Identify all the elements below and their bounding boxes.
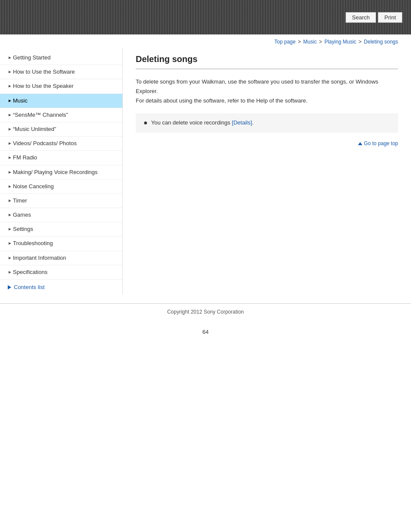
note-text-after: . bbox=[252, 119, 254, 126]
copyright-text: Copyright 2012 Sony Corporation bbox=[167, 309, 244, 315]
contents-list-link[interactable]: Contents list bbox=[0, 280, 122, 295]
footer: Copyright 2012 Sony Corporation bbox=[0, 303, 411, 320]
sidebar-item-troubleshooting[interactable]: ► Troubleshooting bbox=[0, 236, 122, 251]
breadcrumb: Top page > Music > Playing Music > Delet… bbox=[0, 34, 411, 47]
chevron-right-icon: ► bbox=[8, 269, 13, 275]
chevron-right-icon: ► bbox=[8, 226, 13, 232]
sidebar-item-music[interactable]: ► Music bbox=[0, 94, 122, 108]
header: Search Print bbox=[0, 0, 411, 34]
sidebar-item-fm-radio[interactable]: ► FM Radio bbox=[0, 151, 122, 165]
page-number: 64 bbox=[0, 320, 411, 344]
breadcrumb-sep-2: > bbox=[319, 39, 324, 45]
go-to-top-link[interactable]: Go to page top bbox=[358, 140, 398, 146]
note-bullet: ● You can delete voice recordings [Detai… bbox=[143, 118, 390, 128]
sidebar-item-sensme-channels[interactable]: ► “SensMe™ Channels” bbox=[0, 108, 122, 122]
chevron-right-icon: ► bbox=[8, 126, 13, 132]
chevron-right-icon: ► bbox=[8, 83, 13, 89]
sidebar-item-games[interactable]: ► Games bbox=[0, 208, 122, 222]
main-content: Deleting songs To delete songs from your… bbox=[123, 47, 411, 295]
chevron-right-icon: ► bbox=[8, 212, 13, 218]
chevron-right-icon: ► bbox=[8, 255, 13, 261]
content-paragraph-1: To delete songs from your Walkman, use t… bbox=[136, 77, 398, 106]
page-title-section: Deleting songs bbox=[136, 47, 398, 69]
chevron-right-icon: ► bbox=[8, 198, 13, 204]
chevron-right-icon: ► bbox=[8, 169, 13, 175]
sidebar-item-getting-started[interactable]: ► Getting Started bbox=[0, 51, 122, 65]
note-box: ● You can delete voice recordings [Detai… bbox=[136, 113, 398, 133]
search-button[interactable]: Search bbox=[346, 12, 376, 23]
chevron-right-icon: ► bbox=[8, 240, 13, 246]
breadcrumb-music[interactable]: Music bbox=[303, 39, 317, 45]
bullet-icon: ● bbox=[143, 118, 148, 128]
breadcrumb-deleting-songs[interactable]: Deleting songs bbox=[364, 39, 398, 45]
breadcrumb-sep-1: > bbox=[298, 39, 302, 45]
layout: ► Getting Started ► How to Use the Softw… bbox=[0, 47, 411, 295]
sidebar-item-making-playing-voice[interactable]: ► Making/ Playing Voice Recordings bbox=[0, 165, 122, 180]
chevron-right-icon: ► bbox=[8, 155, 13, 161]
sidebar-item-music-unlimited[interactable]: ► “Music Unlimited” bbox=[0, 122, 122, 137]
sidebar: ► Getting Started ► How to Use the Softw… bbox=[0, 47, 123, 295]
breadcrumb-top-page[interactable]: Top page bbox=[274, 39, 296, 45]
triangle-up-icon bbox=[358, 142, 362, 145]
breadcrumb-playing-music[interactable]: Playing Music bbox=[324, 39, 356, 45]
sidebar-item-how-to-use-software[interactable]: ► How to Use the Software bbox=[0, 65, 122, 79]
sidebar-item-how-to-use-speaker[interactable]: ► How to Use the Speaker bbox=[0, 79, 122, 93]
chevron-right-icon: ► bbox=[8, 184, 13, 190]
print-button[interactable]: Print bbox=[378, 12, 402, 23]
sidebar-item-noise-canceling[interactable]: ► Noise Canceling bbox=[0, 180, 122, 194]
breadcrumb-sep-3: > bbox=[358, 39, 363, 45]
chevron-right-icon: ► bbox=[8, 69, 13, 75]
sidebar-item-specifications[interactable]: ► Specifications bbox=[0, 265, 122, 280]
sidebar-item-videos-podcasts-photos[interactable]: ► Videos/ Podcasts/ Photos bbox=[0, 137, 122, 151]
go-to-top: Go to page top bbox=[136, 140, 398, 146]
chevron-right-icon: ► bbox=[8, 98, 13, 104]
note-text-before: You can delete voice recordings bbox=[151, 119, 232, 126]
details-link[interactable]: [Details] bbox=[232, 119, 252, 126]
chevron-right-icon: ► bbox=[8, 55, 13, 61]
chevron-right-icon: ► bbox=[8, 112, 13, 118]
sidebar-item-settings[interactable]: ► Settings bbox=[0, 222, 122, 236]
page-title: Deleting songs bbox=[136, 54, 398, 64]
chevron-right-icon: ► bbox=[8, 140, 13, 146]
sidebar-item-timer[interactable]: ► Timer bbox=[0, 194, 122, 208]
sidebar-item-important-information[interactable]: ► Important Information bbox=[0, 251, 122, 265]
arrow-right-icon bbox=[8, 285, 11, 289]
